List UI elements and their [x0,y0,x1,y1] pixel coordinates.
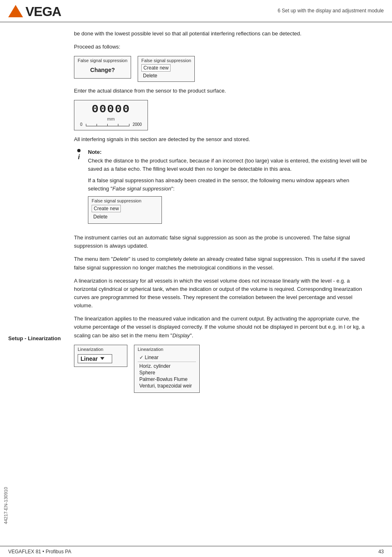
lin-para2-italic: Display [172,332,190,339]
lin-para1: A linearization is necessary for all ves… [74,277,367,310]
numeric-display-box: 00000 mm 0 2000 [74,100,148,130]
fss-change-box: False signal suppression Change? [74,56,131,79]
lin-option-palmer[interactable]: Palmer-Bowlus Flume [138,376,196,383]
lin-dropdown-title: Linearization [138,347,196,352]
page-footer: VEGAFLEX 81 • Profibus PA 43 [0,546,392,557]
numeric-value: 00000 [80,103,142,116]
fss2-create-new[interactable]: Create new [92,205,121,212]
tick-1 [86,124,86,126]
fss-change-title: False signal suppression [78,58,127,63]
numeric-unit: mm [80,116,142,121]
intro-para2: Proceed as follows: [74,43,367,51]
lin-option-horiz-cylinder[interactable]: Horiz. cylinder [138,363,196,369]
product-name: VEGAFLEX 81 • Profibus PA [8,549,71,555]
fss-create-new[interactable]: Create new [141,64,171,72]
scale-row: 0 2000 [80,122,142,127]
lin-box-title: Linearization [78,347,124,352]
intro-para1: be done with the lowest possible level s… [74,30,367,38]
lin-value-dropdown[interactable]: Linear [78,354,112,363]
tick-3 [107,124,108,126]
lin-menu-divider [138,362,196,362]
note-block: i Note: Check the distance to the produc… [74,149,367,229]
note-para2: If a false signal suppression has alread… [88,176,367,193]
fss-right-title: False signal suppression [141,58,191,63]
scale-right: 2000 [133,122,142,127]
lin-right-box: Linearization ✓ Linear Horiz. cylinder S… [134,345,200,393]
logo-triangle-icon [8,5,23,17]
vega-logo: VEGA [8,4,61,19]
auto-suppress-italic: Delete [113,256,129,262]
logo-text: VEGA [25,4,61,19]
note-icon: i [74,149,84,161]
auto-suppress-para2: The menu item "Delete" is used to comple… [74,255,367,272]
linearization-section: A linearization is necessary for all ves… [74,277,367,393]
right-margin [380,22,392,549]
tick-2 [97,124,97,126]
tick-5 [129,124,129,126]
left-sidebar: Setup - Linearization 44217-EN-130910 [0,22,66,549]
note-title: Note: [88,149,367,155]
fss-delete[interactable]: Delete [141,72,159,79]
lin-para2: The linearization applies to the measure… [74,315,367,339]
fss2-title: False signal suppression [92,198,158,203]
enter-distance-para: Enter the actual distance from the senso… [74,87,367,95]
lin-value-row: Linear [78,354,124,363]
fss-boxes-row: False signal suppression Change? False s… [74,56,367,82]
lin-option-sphere[interactable]: Sphere [138,369,196,376]
note-i-icon: i [78,153,80,161]
fss-right-box: False signal suppression Create new Dele… [138,56,195,82]
fss2-delete[interactable]: Delete [92,214,109,220]
lin-option-venturi[interactable]: Venturi, trapezoidal weir [138,383,196,389]
page-header: VEGA 6 Set up with the display and adjus… [0,0,392,22]
note-content: Note: Check the distance to the product … [88,149,367,229]
dropdown-arrow-icon [100,357,104,360]
all-interfering-para: All interfering signals in this section … [74,135,367,144]
page-layout: Setup - Linearization 44217-EN-130910 be… [0,22,392,549]
note-dot-icon [77,149,81,152]
main-content: be done with the lowest possible level s… [66,22,380,549]
section-label-linearization: Setup - Linearization [8,335,62,342]
lin-current-value: Linear [81,355,98,362]
lin-option-linear[interactable]: ✓ Linear [138,354,196,361]
page-number: 43 [378,549,384,555]
checkmark-icon: ✓ [139,355,143,360]
fss-change-button[interactable]: Change? [78,64,127,76]
auto-suppress-para1: The instrument carries out an automatic … [74,234,367,250]
note-para1: Check the distance to the product surfac… [88,157,367,173]
note-italic: False signal suppression [113,186,171,192]
linearization-boxes-row: Linearization Linear Linearization ✓ Lin… [74,345,367,393]
fss2-box: False signal suppression Create new Dele… [88,196,162,224]
scale-ticks [86,123,129,126]
chapter-title: 6 Set up with the display and adjustment… [278,4,384,14]
tick-4 [118,124,118,126]
doc-number-vertical: 44217-EN-130910 [3,487,8,524]
lin-left-box: Linearization Linear [74,345,127,367]
scale-left: 0 [80,122,83,127]
